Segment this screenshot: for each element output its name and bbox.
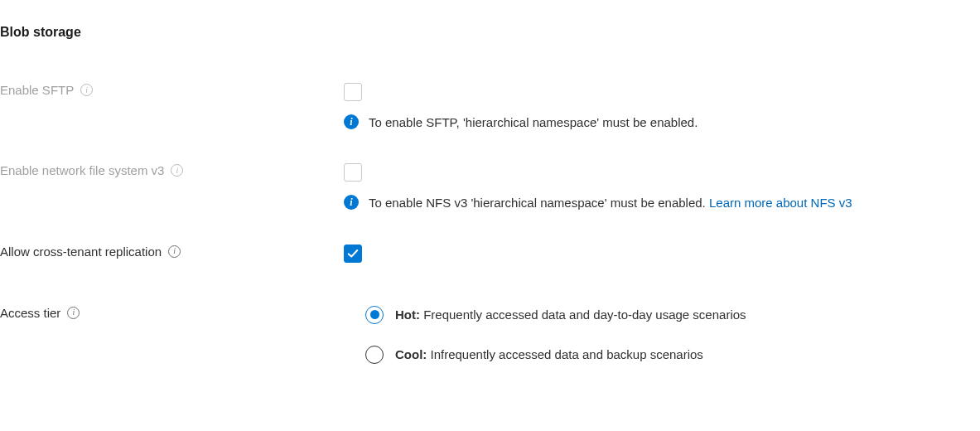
row-enable-nfs: Enable network file system v3 i <box>0 163 980 182</box>
radio-cool[interactable] <box>365 346 384 364</box>
info-row-sftp: i To enable SFTP, 'hierarchical namespac… <box>0 113 980 132</box>
info-text-nfs-msg: To enable NFS v3 'hierarchical namespace… <box>369 196 709 210</box>
radio-hot[interactable] <box>365 306 384 324</box>
row-enable-sftp: Enable SFTP i <box>0 83 980 101</box>
info-icon[interactable]: i <box>171 164 183 177</box>
info-text-nfs: To enable NFS v3 'hierarchical namespace… <box>369 193 869 212</box>
checkbox-enable-sftp <box>344 83 362 101</box>
checkbox-enable-nfs <box>344 163 362 182</box>
checkbox-cross-tenant[interactable] <box>344 245 362 263</box>
radio-label-cool: Cool: Infrequently accessed data and bac… <box>395 347 703 361</box>
radio-label-hot: Hot: Frequently accessed data and day-to… <box>395 308 746 322</box>
row-access-tier: Access tier i Hot: Frequently accessed d… <box>0 306 980 364</box>
label-cross-tenant: Allow cross-tenant replication i <box>0 245 344 259</box>
label-text-enable-nfs: Enable network file system v3 <box>0 163 164 177</box>
info-row-nfs: i To enable NFS v3 'hierarchical namespa… <box>0 193 980 212</box>
label-enable-sftp: Enable SFTP i <box>0 83 344 97</box>
label-text-cross-tenant: Allow cross-tenant replication <box>0 245 162 259</box>
radio-cool-bold: Cool: <box>395 347 427 361</box>
radio-hot-bold: Hot: <box>395 308 420 322</box>
info-icon[interactable]: i <box>80 84 93 96</box>
info-bullet-icon: i <box>344 195 359 210</box>
radio-row-cool[interactable]: Cool: Infrequently accessed data and bac… <box>365 346 980 364</box>
info-icon[interactable]: i <box>67 307 80 319</box>
link-learn-more-nfs[interactable]: Learn more about NFS v3 <box>709 196 852 210</box>
info-text-sftp: To enable SFTP, 'hierarchical namespace'… <box>369 113 714 132</box>
label-enable-nfs: Enable network file system v3 i <box>0 163 344 177</box>
label-access-tier: Access tier i <box>0 306 344 320</box>
info-icon[interactable]: i <box>168 245 181 258</box>
radio-cool-desc: Infrequently accessed data and backup sc… <box>427 347 703 361</box>
label-text-access-tier: Access tier <box>0 306 60 320</box>
label-text-enable-sftp: Enable SFTP <box>0 83 74 97</box>
row-cross-tenant: Allow cross-tenant replication i <box>0 245 980 263</box>
radio-hot-desc: Frequently accessed data and day-to-day … <box>420 308 746 322</box>
info-bullet-icon: i <box>344 114 359 129</box>
radio-row-hot[interactable]: Hot: Frequently accessed data and day-to… <box>365 306 980 324</box>
section-title-blob-storage: Blob storage <box>0 25 980 40</box>
